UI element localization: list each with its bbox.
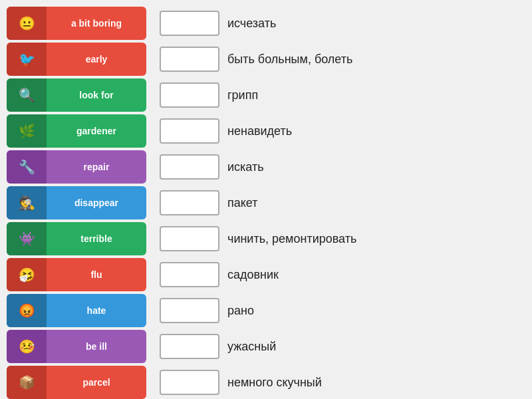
- match-row: рано: [160, 294, 525, 327]
- word-card-label-disappear: disappear: [47, 198, 146, 208]
- word-card-boring[interactable]: 😐a bit boring: [7, 7, 146, 40]
- match-row: грипп: [160, 78, 525, 112]
- word-card-label-early: early: [47, 54, 146, 65]
- match-row: ненавидеть: [160, 114, 525, 148]
- match-row: ужасный: [160, 330, 525, 363]
- word-card-repair[interactable]: 🔧repair: [7, 150, 146, 184]
- word-card-image-flu: 🤧: [7, 258, 47, 291]
- word-card-label-flu: flu: [47, 269, 146, 280]
- match-row: искать: [160, 150, 525, 184]
- match-drop-box[interactable]: [160, 118, 219, 144]
- definition-label: пакет: [227, 196, 258, 210]
- word-card-image-terrible: 👾: [7, 222, 47, 255]
- word-card-lookfor[interactable]: 🔍look for: [7, 78, 146, 112]
- match-drop-box[interactable]: [160, 370, 219, 395]
- main-container: 😐a bit boring🐦early🔍look for🌿gardener🔧re…: [7, 7, 525, 399]
- word-card-image-boring: 😐: [7, 7, 47, 40]
- match-drop-box[interactable]: [160, 82, 219, 108]
- definitions-column: исчезатьбыть больным, болетьгриппненавид…: [160, 7, 525, 399]
- word-card-label-repair: repair: [47, 162, 146, 172]
- words-column: 😐a bit boring🐦early🔍look for🌿gardener🔧re…: [7, 7, 146, 399]
- word-card-image-repair: 🔧: [7, 150, 47, 184]
- match-drop-box[interactable]: [160, 154, 219, 180]
- word-card-label-beill: be ill: [47, 341, 146, 352]
- word-card-image-lookfor: 🔍: [7, 78, 47, 112]
- definition-label: искать: [227, 160, 264, 174]
- word-card-label-boring: a bit boring: [47, 18, 146, 29]
- definition-label: быть больным, болеть: [227, 53, 352, 66]
- word-card-image-disappear: 🕵: [7, 186, 47, 219]
- match-drop-box[interactable]: [160, 298, 219, 323]
- match-row: чинить, ремонтировать: [160, 222, 525, 255]
- match-row: быть больным, болеть: [160, 43, 525, 76]
- match-drop-box[interactable]: [160, 11, 219, 36]
- match-drop-box[interactable]: [160, 47, 219, 72]
- word-card-image-gardener: 🌿: [7, 114, 47, 148]
- word-card-image-parcel: 📦: [7, 366, 47, 399]
- word-card-early[interactable]: 🐦early: [7, 43, 146, 76]
- word-card-label-hate: hate: [47, 305, 146, 316]
- word-card-label-lookfor: look for: [47, 90, 146, 100]
- definition-label: чинить, ремонтировать: [227, 232, 356, 246]
- match-drop-box[interactable]: [160, 262, 219, 287]
- word-card-terrible[interactable]: 👾terrible: [7, 222, 146, 255]
- word-card-label-terrible: terrible: [47, 233, 146, 244]
- match-row: исчезать: [160, 7, 525, 40]
- word-card-image-beill: 🤒: [7, 330, 47, 363]
- definition-label: ненавидеть: [227, 124, 292, 138]
- definition-label: рано: [227, 304, 254, 318]
- word-card-gardener[interactable]: 🌿gardener: [7, 114, 146, 148]
- match-drop-box[interactable]: [160, 190, 219, 215]
- word-card-flu[interactable]: 🤧flu: [7, 258, 146, 291]
- word-card-image-early: 🐦: [7, 43, 47, 76]
- word-card-image-hate: 😡: [7, 294, 47, 327]
- word-card-label-parcel: parcel: [47, 377, 146, 388]
- definition-label: исчезать: [227, 17, 276, 31]
- definition-label: садовник: [227, 268, 279, 282]
- definition-label: ужасный: [227, 340, 276, 354]
- word-card-parcel[interactable]: 📦parcel: [7, 366, 146, 399]
- word-card-beill[interactable]: 🤒be ill: [7, 330, 146, 363]
- word-card-label-gardener: gardener: [47, 126, 146, 136]
- match-row: садовник: [160, 258, 525, 291]
- word-card-disappear[interactable]: 🕵disappear: [7, 186, 146, 219]
- definition-label: немного скучный: [227, 376, 322, 390]
- match-drop-box[interactable]: [160, 334, 219, 359]
- definition-label: грипп: [227, 88, 258, 102]
- match-drop-box[interactable]: [160, 226, 219, 251]
- word-card-hate[interactable]: 😡hate: [7, 294, 146, 327]
- match-row: пакет: [160, 186, 525, 219]
- match-row: немного скучный: [160, 366, 525, 399]
